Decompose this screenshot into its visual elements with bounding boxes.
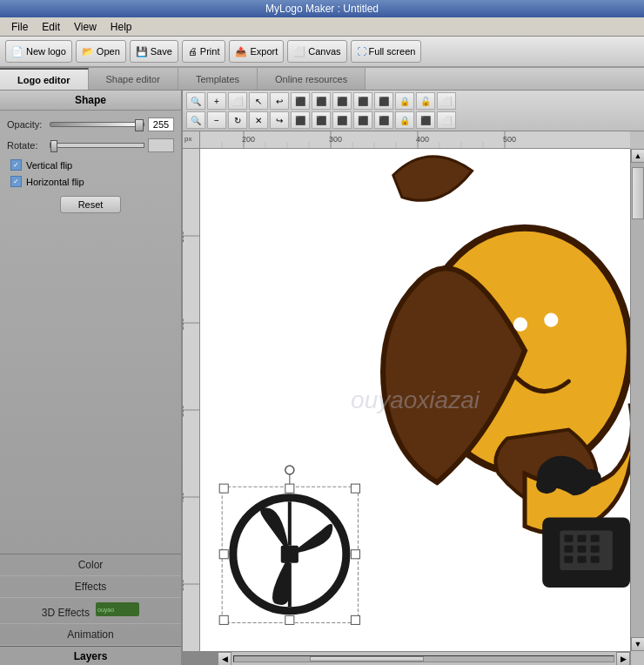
svg-rect-37 [564,535,573,542]
zoom-out-icon[interactable]: 🔍 [186,111,205,129]
new-icon: 📄 [11,46,23,57]
color-item[interactable]: Color [0,554,181,576]
export-button[interactable]: 📤 Export [229,40,284,63]
vertical-flip-checkbox[interactable]: ✓ [10,159,22,171]
svg-point-33 [513,318,527,332]
undo-icon[interactable]: ↩ [270,92,289,110]
svg-rect-43 [564,556,573,563]
zoom-minus-icon[interactable]: − [207,111,226,129]
open-button[interactable]: 📂 Open [76,40,126,63]
vertical-scrollbar[interactable]: ▲ ▼ [630,149,644,651]
svg-point-58 [285,466,294,474]
align-center-icon[interactable]: ⬛ [312,92,331,110]
opacity-slider-track [50,122,144,127]
rotate-value[interactable] [148,138,174,152]
svg-text:100: 100 [183,231,185,243]
3d-effects-item[interactable]: 3D Effects ouyao [0,598,181,624]
scroll-left-arrow[interactable]: ◀ [218,652,231,666]
align-top-icon[interactable]: ⬛ [353,92,372,110]
layer-up-icon[interactable]: ⬛ [416,111,435,129]
layer-transform-icon[interactable]: ⬜ [437,111,456,129]
svg-text:300: 300 [183,405,185,417]
rotate2-icon[interactable]: ↻ [228,111,247,129]
ungroup-icon[interactable]: 🔒 [395,111,414,129]
align-left-icon[interactable]: ⬛ [291,92,310,110]
print-icon: 🖨 [188,46,198,57]
canvas-button[interactable]: ⬜ Canvas [287,40,346,63]
fullscreen-button[interactable]: ⛶ Full screen [351,40,422,63]
horizontal-scrollbar[interactable]: ◀ ▶ [218,651,630,665]
opacity-value[interactable]: 255 [148,118,174,131]
left-panel: Shape Opacity: 255 Rotate: [0,91,183,665]
scroll-top-corner [630,131,644,149]
flip-v-icon[interactable]: ⬛ [353,111,372,129]
menu-help[interactable]: Help [104,19,139,35]
svg-point-34 [544,313,558,327]
svg-rect-54 [285,615,294,624]
zoom-plus-icon[interactable]: + [207,92,226,110]
group-icon[interactable]: ⬛ [374,111,393,129]
scroll-thumb[interactable] [632,167,644,219]
svg-point-47 [580,469,601,487]
icon-row-2: 🔍 − ↻ ✕ ↪ ⬛ ⬛ ⬛ ⬛ ⬛ 🔒 ⬛ ⬜ [186,111,641,129]
scroll-right-arrow[interactable]: ▶ [616,652,630,666]
svg-rect-21 [183,149,200,651]
rotate-slider-thumb[interactable] [50,140,57,152]
svg-rect-2 [200,131,630,149]
svg-rect-41 [578,546,587,553]
menu-view[interactable]: View [67,19,104,35]
tab-templates[interactable]: Templates [178,68,258,90]
opacity-label: Opacity: [7,119,46,130]
menu-edit[interactable]: Edit [35,19,67,35]
opacity-slider-thumb[interactable] [135,119,144,131]
layers-label: Layers [74,650,108,662]
delete-icon[interactable]: ✕ [249,111,268,129]
horizontal-flip-row: ✓ Horizontal flip [7,176,174,187]
h-scroll-thumb[interactable] [310,656,424,662]
align-right-icon[interactable]: ⬛ [332,92,352,110]
ruler-h-svg: 200 300 400 500 [200,131,630,149]
svg-text:200: 200 [183,318,185,330]
tab-shape-editor[interactable]: Shape editor [89,68,178,90]
fullscreen-icon: ⛶ [357,46,366,57]
dist-h-icon[interactable]: ⬛ [291,111,310,129]
svg-rect-50 [285,484,294,493]
menu-file[interactable]: File [4,19,35,35]
horizontal-flip-checkbox[interactable]: ✓ [10,176,22,187]
bottom-panel: Color Effects 3D Effects ouyao Animation [0,554,181,646]
app-title: MyLogo Maker : Untitled [265,3,379,15]
flip-h-icon[interactable]: ⬛ [332,111,352,129]
svg-text:200: 200 [242,135,255,144]
select-icon[interactable]: ⬜ [228,92,247,110]
new-logo-button[interactable]: 📄 New logo [5,40,72,63]
vertical-flip-label: Vertical flip [26,160,72,171]
scroll-corner [630,651,644,665]
tab-online-resources[interactable]: Online resources [258,68,366,90]
svg-rect-52 [351,550,359,559]
scroll-up-arrow[interactable]: ▲ [631,149,644,163]
cursor-icon[interactable]: ↖ [249,92,268,110]
tab-logo-editor[interactable]: Logo editor [0,68,89,90]
svg-text:500: 500 [183,579,185,591]
lock-icon[interactable]: 🔒 [395,92,414,110]
svg-text:500: 500 [503,135,516,144]
zoom-in-icon[interactable]: 🔍 [186,92,205,110]
reset-button[interactable]: Reset [60,196,122,213]
vertical-flip-row: ✓ Vertical flip [7,159,174,171]
redo-icon[interactable]: ↪ [270,111,289,129]
scroll-down-arrow[interactable]: ▼ [631,637,644,651]
scroll-track [631,163,644,637]
transform-icon[interactable]: ⬜ [437,92,456,110]
dist-v-icon[interactable]: ⬛ [312,111,331,129]
animation-item[interactable]: Animation [0,624,181,646]
save-button[interactable]: 💾 Save [130,40,178,63]
save-icon: 💾 [136,46,148,57]
lock2-icon[interactable]: 🔓 [416,92,435,110]
align-bottom-icon[interactable]: ⬛ [374,92,393,110]
print-button[interactable]: 🖨 Print [182,40,226,63]
panel-title: Shape [0,91,181,111]
effects-item[interactable]: Effects [0,576,181,598]
svg-text:400: 400 [183,492,185,504]
top-ruler: 200 300 400 500 [200,131,630,149]
drawing-canvas[interactable]: ouyaoxiazai [200,149,630,651]
